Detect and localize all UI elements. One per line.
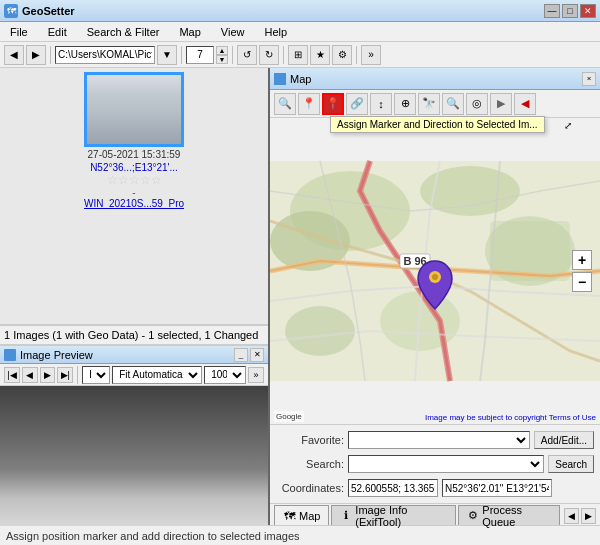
search-label: Search: — [276, 458, 344, 470]
process-queue-tab-icon: ⚙ — [467, 510, 478, 522]
favorite-select[interactable] — [348, 431, 530, 449]
search-button[interactable]: Search — [548, 455, 594, 473]
star-button[interactable]: ★ — [310, 45, 330, 65]
thumbnail-area: 27-05-2021 15:31:59 N52°36...;E13°21'...… — [0, 68, 268, 325]
map-assign-marker-btn[interactable]: 📍 — [322, 93, 344, 115]
tab-process-queue[interactable]: ⚙ Process Queue — [458, 505, 560, 525]
menu-search-filter[interactable]: Search & Filter — [81, 24, 166, 40]
map-ctrl-btn-2[interactable]: 📍 — [298, 93, 320, 115]
tab-image-info[interactable]: ℹ Image Info (ExifTool) — [331, 505, 456, 525]
preview-panel: Image Preview _ ✕ |◀ ◀ ▶ ▶| Fit Fit Auto… — [0, 345, 268, 525]
dropdown-button[interactable]: ▼ — [157, 45, 177, 65]
map-canvas[interactable]: B 96 + − Google Image may be subject to … — [270, 118, 600, 424]
preview-header-left: Image Preview — [4, 349, 93, 361]
map-ctrl-btn-9[interactable]: ▶ — [490, 93, 512, 115]
map-attribution-right[interactable]: Image may be subject to copyright Terms … — [425, 413, 596, 422]
tabs-scroll-left[interactable]: ◀ — [564, 508, 579, 524]
thumbnail-coords: N52°36...;E13°21'... — [90, 162, 178, 173]
status-text: 1 Images (1 with Geo Data) - 1 selected,… — [4, 329, 258, 341]
preview-separator — [77, 366, 78, 384]
map-ctrl-btn-8[interactable]: ◎ — [466, 93, 488, 115]
add-edit-button[interactable]: Add/Edit... — [534, 431, 594, 449]
thumbnail-item[interactable]: 27-05-2021 15:31:59 N52°36...;E13°21'...… — [0, 68, 268, 213]
back-button[interactable]: ◀ — [4, 45, 24, 65]
map-header-controls: × — [582, 72, 596, 86]
preview-header: Image Preview _ ✕ — [0, 346, 268, 364]
minimize-button[interactable]: — — [544, 4, 560, 18]
path-input[interactable] — [55, 46, 155, 64]
map-ctrl-btn-6[interactable]: 🔭 — [418, 93, 440, 115]
zoom-out-button[interactable]: − — [572, 272, 592, 292]
zoom-in-button[interactable]: + — [572, 250, 592, 270]
thumbnail-filename[interactable]: WIN_20210S...59_Pro — [84, 198, 184, 209]
map-ctrl-btn-4[interactable]: ↕ — [370, 93, 392, 115]
file-status-bar: 1 Images (1 with Geo Data) - 1 selected,… — [0, 325, 268, 345]
number-input[interactable] — [186, 46, 214, 64]
maximize-button[interactable]: □ — [562, 4, 578, 18]
app-icon: 🗺 — [4, 4, 18, 18]
rotate-left-button[interactable]: ↺ — [237, 45, 257, 65]
coord-decimal-input[interactable] — [348, 479, 438, 497]
menu-file[interactable]: File — [4, 24, 34, 40]
extra-button[interactable]: » — [361, 45, 381, 65]
menu-help[interactable]: Help — [259, 24, 294, 40]
coords-label: Coordinates: — [276, 482, 344, 494]
prev-next-btn[interactable]: ▶ — [40, 367, 56, 383]
tabs-scroll-right[interactable]: ▶ — [581, 508, 596, 524]
preview-header-controls: _ ✕ — [234, 348, 264, 362]
menu-map[interactable]: Map — [173, 24, 206, 40]
tooltip: Assign Marker and Direction to Selected … — [330, 116, 545, 133]
tab-process-queue-label: Process Queue — [482, 504, 551, 528]
map-resize-handle[interactable]: ⤢ — [564, 120, 572, 131]
number-spinners: ▲ ▼ — [216, 46, 228, 64]
menu-bar: File Edit Search & Filter Map View Help — [0, 22, 600, 42]
fit-mode-select[interactable]: Fit — [82, 366, 110, 384]
forward-button[interactable]: ▶ — [26, 45, 46, 65]
toolbar-separator-4 — [283, 46, 284, 64]
close-button[interactable]: ✕ — [580, 4, 596, 18]
prev-last-btn[interactable]: ▶| — [57, 367, 73, 383]
favorite-row: Favorite: Add/Edit... — [276, 429, 594, 451]
map-ctrl-btn-1[interactable]: 🔍 — [274, 93, 296, 115]
thumbnail-date: 27-05-2021 15:31:59 — [88, 149, 181, 160]
image-info-tab-icon: ℹ — [340, 510, 351, 522]
thumbnail-image-inner — [87, 75, 181, 144]
spin-up[interactable]: ▲ — [216, 46, 228, 55]
preview-extra-btn[interactable]: » — [248, 367, 264, 383]
map-title: Map — [290, 73, 311, 85]
map-attribution: Google — [274, 411, 304, 422]
map-svg: B 96 — [270, 118, 600, 424]
favorite-label: Favorite: — [276, 434, 344, 446]
left-panel: 27-05-2021 15:31:59 N52°36...;E13°21'...… — [0, 68, 270, 525]
map-ctrl-btn-3[interactable]: 🔗 — [346, 93, 368, 115]
map-header-left: Map — [274, 73, 311, 85]
preview-toolbar: |◀ ◀ ▶ ▶| Fit Fit Automatically 100% » — [0, 364, 268, 386]
prev-first-btn[interactable]: |◀ — [4, 367, 20, 383]
menu-edit[interactable]: Edit — [42, 24, 73, 40]
coords-row: Coordinates: — [276, 477, 594, 499]
coord-dms-input[interactable] — [442, 479, 552, 497]
menu-view[interactable]: View — [215, 24, 251, 40]
preview-close-btn[interactable]: ✕ — [250, 348, 264, 362]
grid-button[interactable]: ⊞ — [288, 45, 308, 65]
map-ctrl-btn-5[interactable]: ⊕ — [394, 93, 416, 115]
map-ctrl-btn-7[interactable]: 🔍 — [442, 93, 464, 115]
thumbnail-stars[interactable]: ☆☆☆☆☆ — [107, 173, 162, 187]
spin-down[interactable]: ▼ — [216, 55, 228, 64]
zoom-select[interactable]: 100% — [204, 366, 246, 384]
tab-map[interactable]: 🗺 Map — [274, 505, 329, 525]
tab-map-label: Map — [299, 510, 320, 522]
prev-prev-btn[interactable]: ◀ — [22, 367, 38, 383]
thumbnail-image — [84, 72, 184, 147]
rotate-right-button[interactable]: ↻ — [259, 45, 279, 65]
map-controls: 🔍 📍 📍 🔗 ↕ ⊕ 🔭 🔍 ◎ ▶ ◀ Assign Marker and … — [270, 90, 600, 118]
settings-button[interactable]: ⚙ — [332, 45, 352, 65]
preview-icon — [4, 349, 16, 361]
preview-minimize-btn[interactable]: _ — [234, 348, 248, 362]
search-select[interactable] — [348, 455, 544, 473]
main-content: 27-05-2021 15:31:59 N52°36...;E13°21'...… — [0, 68, 600, 525]
map-ctrl-btn-10[interactable]: ◀ — [514, 93, 536, 115]
map-pin-btn[interactable]: × — [582, 72, 596, 86]
fit-auto-select[interactable]: Fit Automatically — [112, 366, 202, 384]
toolbar-separator-3 — [232, 46, 233, 64]
